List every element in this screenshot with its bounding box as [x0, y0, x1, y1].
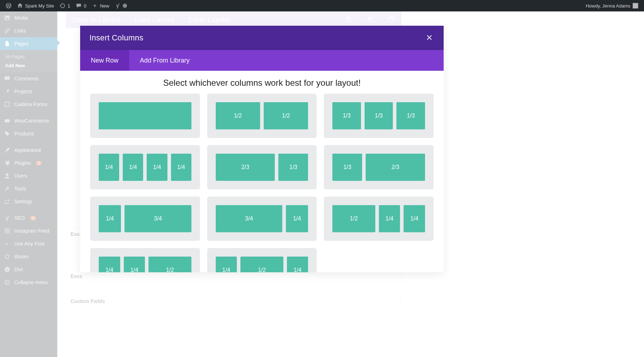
column-preview: 1/3: [332, 102, 361, 129]
nav-users[interactable]: Users: [0, 169, 57, 182]
layout-option-10[interactable]: 1/41/21/4: [207, 248, 317, 272]
avatar: [633, 3, 638, 9]
svg-text:D: D: [6, 268, 8, 272]
layout-option-6[interactable]: 1/43/4: [90, 197, 200, 241]
wordpress-icon: [6, 3, 11, 9]
modal-instruction: Select whichever columns work best for y…: [90, 75, 434, 94]
column-preview: 1/4: [99, 257, 120, 272]
modal-header: Insert Columns: [80, 26, 444, 50]
new-link[interactable]: New: [89, 0, 112, 11]
column-preview: 2/3: [366, 154, 425, 181]
column-preview: [99, 102, 191, 129]
howdy-link[interactable]: Howdy, Jenna Adams: [583, 0, 641, 11]
layout-option-7[interactable]: 3/41/4: [207, 197, 317, 241]
nav-pages-submenu: All Pages Add New: [0, 50, 57, 72]
plus-icon: [92, 3, 98, 9]
site-name-link[interactable]: Spark My Site: [14, 0, 57, 11]
seo-badge: 4: [30, 216, 36, 220]
brush-icon: [4, 147, 11, 154]
font-icon: A: [4, 240, 11, 247]
nav-use-any-font[interactable]: AUse Any Font: [0, 237, 57, 250]
column-preview: 3/4: [125, 205, 191, 232]
history-icon[interactable]: [388, 16, 395, 23]
column-preview: 1/4: [287, 257, 308, 272]
subnav-all-pages[interactable]: All Pages: [0, 52, 57, 61]
nav-label: Links: [14, 28, 26, 34]
column-preview: 1/3: [396, 102, 425, 129]
nav-caldera[interactable]: Caldera Forms: [0, 98, 57, 111]
column-preview: 1/4: [216, 257, 237, 272]
admin-sidenav: Media Links Pages All Pages Add New Comm…: [0, 11, 57, 357]
nav-appearance[interactable]: Appearance: [0, 144, 57, 157]
nav-comments[interactable]: Comments: [0, 72, 57, 85]
redo-icon[interactable]: [366, 16, 374, 23]
nav-label: SEO: [14, 215, 25, 221]
wrench-icon: [4, 185, 11, 192]
load-layout-button[interactable]: Load Layout: [135, 16, 174, 24]
column-preview: 1/4: [99, 154, 119, 181]
clear-layout-button[interactable]: Clear Layout: [189, 16, 229, 24]
nav-links[interactable]: Links: [0, 24, 57, 37]
svg-text:A: A: [5, 242, 8, 247]
layout-option-5[interactable]: 1/32/3: [324, 145, 434, 189]
nav-seo[interactable]: SEO4: [0, 212, 57, 224]
svg-point-5: [5, 255, 9, 259]
column-preview: 1/4: [171, 154, 191, 181]
nav-label: WooCommerce: [14, 118, 49, 124]
nav-projects[interactable]: Projects: [0, 85, 57, 98]
column-preview: 1/2: [240, 257, 283, 272]
modal-title: Insert Columns: [89, 33, 143, 43]
subnav-add-new[interactable]: Add New: [0, 61, 57, 70]
home-icon: [17, 3, 23, 9]
svg-rect-0: [5, 102, 10, 107]
instagram-icon: [4, 227, 11, 234]
layout-option-0[interactable]: [90, 94, 200, 138]
svg-rect-1: [5, 119, 10, 123]
nav-instagram[interactable]: Instagram Feed: [0, 224, 57, 237]
tab-new-row[interactable]: New Row: [80, 50, 129, 71]
svg-rect-2: [5, 229, 10, 233]
nav-plugins[interactable]: Plugins1: [0, 157, 57, 169]
nav-pages[interactable]: Pages: [0, 37, 57, 50]
column-preview: 1/2: [332, 205, 375, 232]
updates-count: 1: [68, 3, 70, 9]
layout-option-3[interactable]: 1/41/41/41/4: [90, 145, 200, 189]
close-button[interactable]: [424, 32, 434, 44]
nav-label: Divi: [14, 267, 23, 272]
nav-woocommerce[interactable]: WooCommerce: [0, 114, 57, 127]
nav-products[interactable]: Products: [0, 127, 57, 140]
nav-label: Media: [14, 15, 28, 21]
comments-link[interactable]: 0: [73, 0, 89, 11]
save-to-library-button[interactable]: Save to Library: [72, 16, 121, 24]
updates-link[interactable]: 1: [57, 0, 73, 11]
tab-add-from-library[interactable]: Add From Library: [129, 50, 200, 71]
insert-columns-modal: Insert Columns New Row Add From Library …: [80, 26, 444, 272]
column-preview: 1/4: [147, 154, 167, 181]
custom-fields-metabox[interactable]: Custom Fields: [66, 295, 401, 309]
layout-option-9[interactable]: 1/41/41/2: [90, 248, 200, 272]
wp-logo[interactable]: [3, 0, 14, 11]
links-icon: [4, 27, 11, 34]
comments-count: 0: [84, 3, 86, 9]
column-preview: 1/4: [123, 154, 143, 181]
nav-divi[interactable]: DDivi: [0, 263, 57, 276]
layout-option-4[interactable]: 2/31/3: [207, 145, 317, 189]
nav-settings[interactable]: Settings: [0, 195, 57, 208]
layout-option-8[interactable]: 1/21/41/4: [324, 197, 434, 241]
layout-option-1[interactable]: 1/21/2: [207, 94, 317, 138]
nav-tools[interactable]: Tools: [0, 182, 57, 195]
nav-bloom[interactable]: Bloom: [0, 250, 57, 263]
nav-label: Tools: [14, 186, 26, 192]
user-icon: [4, 172, 11, 179]
column-preview: 1/2: [216, 102, 260, 129]
layout-option-2[interactable]: 1/31/31/3: [324, 94, 434, 138]
yoast-indicator[interactable]: [112, 0, 130, 11]
nav-media[interactable]: Media: [0, 11, 57, 24]
modal-body: Select whichever columns work best for y…: [80, 71, 444, 272]
nav-label: Bloom: [14, 254, 29, 259]
comment-icon: [76, 3, 82, 9]
nav-collapse[interactable]: Collapse menu: [0, 276, 57, 289]
undo-icon[interactable]: [345, 16, 352, 23]
divi-icon: D: [4, 266, 11, 273]
new-text: New: [100, 3, 109, 9]
